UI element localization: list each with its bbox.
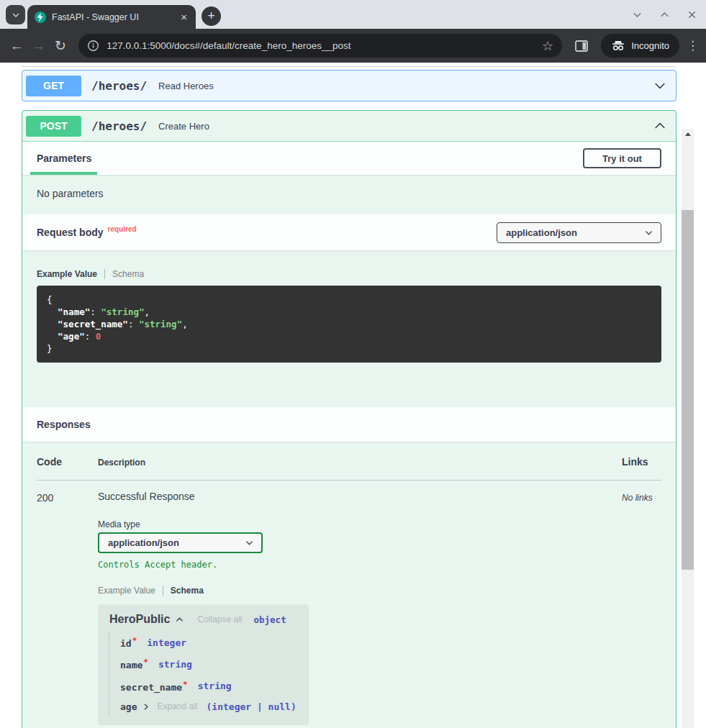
example-schema-tabs: Example Value Schema xyxy=(98,586,622,596)
property-name: name* xyxy=(120,658,148,670)
property-name: id* xyxy=(120,636,137,649)
get-method-badge: GET xyxy=(26,76,81,96)
required-asterisk: * xyxy=(132,636,137,645)
side-panel-icon[interactable] xyxy=(575,40,588,52)
window-controls xyxy=(632,0,697,29)
tab-example-value[interactable]: Example Value xyxy=(98,586,155,596)
tab-example-value[interactable]: Example Value xyxy=(37,269,97,279)
chevron-down-icon xyxy=(245,538,254,547)
scrollbar-thumb[interactable] xyxy=(682,210,694,570)
property-type: string xyxy=(158,659,192,670)
tab-schema[interactable]: Schema xyxy=(171,586,204,596)
tab-strip: FastAPI - Swagger UI × + xyxy=(0,0,706,29)
model-title-row: HeroPublic Collapse all object xyxy=(98,613,299,626)
active-tab-underline xyxy=(30,172,97,175)
post-method-badge: POST xyxy=(26,116,81,137)
back-button[interactable]: ← xyxy=(7,35,26,58)
column-code: Code xyxy=(37,456,98,468)
forward-button[interactable]: → xyxy=(29,35,47,58)
example-json-code: { "name": "string", "secret_name": "stri… xyxy=(47,294,651,355)
expand-chevron-right-icon[interactable] xyxy=(142,703,150,711)
incognito-label: Incognito xyxy=(631,40,669,51)
parameters-title: Parameters xyxy=(37,153,91,164)
tab-schema[interactable]: Schema xyxy=(112,269,144,279)
chevron-down-icon xyxy=(12,11,20,19)
parameters-header: Parameters Try it out xyxy=(22,142,676,175)
try-it-out-button[interactable]: Try it out xyxy=(583,148,661,168)
required-flag: required xyxy=(108,225,137,233)
model-type: object xyxy=(254,614,286,625)
request-body-header: Request bodyrequired application/json xyxy=(22,214,676,250)
bookmark-star-icon[interactable]: ☆ xyxy=(542,40,553,53)
property-name: secret_name* xyxy=(120,680,188,693)
get-endpoint-path: /heroes/ xyxy=(91,79,147,93)
reload-button[interactable]: ↻ xyxy=(51,35,70,58)
post-endpoint-summary: Create Hero xyxy=(158,121,209,132)
site-info-icon[interactable] xyxy=(87,40,99,52)
opblock-get-heroes: GET /heroes/ Read Heroes xyxy=(22,70,676,101)
schema-model-box: HeroPublic Collapse all object id*intege… xyxy=(98,604,309,725)
window-minimize-icon[interactable] xyxy=(632,9,643,20)
post-heroes-summary[interactable]: POST /heroes/ Create Hero xyxy=(22,111,676,142)
example-json-block: { "name": "string", "secret_name": "stri… xyxy=(37,286,661,363)
property-type: string xyxy=(198,681,232,691)
accept-header-note: Controls Accept header. xyxy=(98,560,622,570)
expand-chevron-down-icon[interactable] xyxy=(653,78,667,93)
request-body-section: Example Value Schema { "name": "string",… xyxy=(22,250,676,407)
tab-close-icon[interactable]: × xyxy=(178,10,190,24)
model-collapse-chevron-up-icon[interactable] xyxy=(175,615,184,624)
tab-search-button[interactable] xyxy=(6,5,25,24)
response-links: No links xyxy=(622,491,661,503)
accept-media-type-select[interactable]: application/json xyxy=(98,532,263,553)
required-asterisk: * xyxy=(143,658,148,667)
opblock-post-heroes: POST /heroes/ Create Hero Parameters Try… xyxy=(22,110,676,728)
page-scrollbar[interactable] xyxy=(682,129,694,728)
model-property-row: ageExpand all(integer | null) xyxy=(120,697,299,716)
responses-header: Responses xyxy=(22,407,676,442)
browser-window: FastAPI - Swagger UI × + ← → ↻ 127.0.0.1… xyxy=(0,0,706,63)
get-heroes-summary[interactable]: GET /heroes/ Read Heroes xyxy=(22,70,676,101)
response-description: Successful Response xyxy=(98,491,622,502)
url-text: 127.0.0.1:5000/docs#/default/create_hero… xyxy=(107,40,542,51)
request-content-type-select[interactable]: application/json xyxy=(497,222,661,243)
window-close-icon[interactable] xyxy=(687,9,697,20)
collapse-chevron-up-icon[interactable] xyxy=(653,119,667,133)
required-asterisk: * xyxy=(183,680,188,689)
window-maximize-icon[interactable] xyxy=(659,9,670,20)
post-endpoint-path: /heroes/ xyxy=(91,119,147,133)
model-name: HeroPublic xyxy=(109,613,170,626)
property-type: integer xyxy=(147,637,186,648)
tab-divider xyxy=(163,586,163,596)
column-description: Description xyxy=(98,458,622,468)
media-type-label: Media type xyxy=(98,519,622,529)
fastapi-favicon-icon xyxy=(35,12,46,23)
tab-title: FastAPI - Swagger UI xyxy=(52,12,178,22)
example-schema-tabs: Example Value Schema xyxy=(37,269,661,279)
scroll-up-arrow[interactable] xyxy=(682,129,694,139)
browser-menu-icon[interactable]: ⋮ xyxy=(687,38,699,53)
no-parameters-message: No parameters xyxy=(22,175,676,214)
tab-divider xyxy=(104,269,105,279)
expand-all-label[interactable]: Expand all xyxy=(157,701,197,711)
collapse-all-label[interactable]: Collapse all xyxy=(197,614,242,624)
responses-title: Responses xyxy=(37,419,91,430)
model-property-row: secret_name*string xyxy=(120,675,299,697)
column-links: Links xyxy=(622,456,661,468)
model-property-row: name*string xyxy=(120,653,299,675)
model-properties: id*integername*stringsecret_name*stringa… xyxy=(109,632,299,716)
incognito-icon xyxy=(611,40,625,51)
accept-media-type-value: application/json xyxy=(108,537,245,548)
incognito-badge: Incognito xyxy=(601,34,679,58)
responses-table: Code Description Links 200 Successful Re… xyxy=(22,442,676,728)
browser-tab[interactable]: FastAPI - Swagger UI × xyxy=(27,5,196,29)
responses-table-head: Code Description Links xyxy=(37,456,661,468)
chevron-down-icon xyxy=(644,228,653,237)
response-code: 200 xyxy=(37,491,98,504)
request-content-type-value: application/json xyxy=(506,227,644,238)
browser-toolbar: ← → ↻ 127.0.0.1:5000/docs#/default/creat… xyxy=(0,29,706,63)
address-bar[interactable]: 127.0.0.1:5000/docs#/default/create_hero… xyxy=(78,34,562,58)
new-tab-button[interactable]: + xyxy=(202,6,221,26)
model-property-row: id*integer xyxy=(120,632,299,653)
swagger-page: GET /heroes/ Read Heroes POST /heroes/ C… xyxy=(0,66,694,728)
response-row-200: 200 Successful Response Media type appli… xyxy=(37,481,661,725)
